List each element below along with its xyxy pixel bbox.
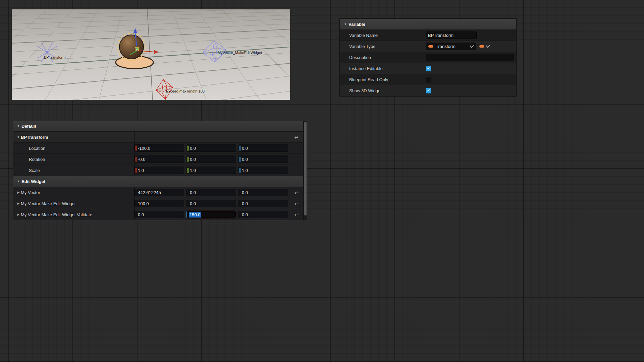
- description-label: Description: [340, 55, 426, 60]
- row-location: Location -100.0 0.0 0.0: [13, 143, 303, 154]
- variable-name-label: Variable Name: [340, 33, 426, 38]
- description-input[interactable]: [426, 54, 514, 61]
- location-z-field[interactable]: 0.0: [238, 144, 288, 152]
- blueprint-graph-background[interactable]: { "icons": { "expanded": "▼", "collapsed…: [0, 0, 644, 362]
- chevron-down-icon: [470, 44, 474, 48]
- reset-to-default-button[interactable]: ↩: [294, 135, 299, 140]
- row-scale: Scale 1.0 1.0 1.0: [13, 165, 303, 176]
- scrollbar-thumb[interactable]: [304, 122, 307, 216]
- reset-to-default-button[interactable]: ↩: [294, 201, 299, 206]
- reset-to-default-button[interactable]: ↩: [294, 190, 299, 195]
- my-vector-y-field[interactable]: 0.0: [186, 189, 236, 196]
- reset-to-default-button[interactable]: ↩: [294, 212, 299, 217]
- my-vector-x-field[interactable]: 442.612245: [135, 189, 184, 196]
- chevron-expanded-icon[interactable]: ▼: [343, 22, 348, 26]
- axis-z-bar-icon: [239, 168, 240, 173]
- category-default-label: Default: [21, 124, 36, 129]
- selected-text: 150.0: [189, 212, 201, 218]
- location-x-field[interactable]: -100.0: [135, 144, 184, 152]
- instance-editable-checkbox[interactable]: ✓: [426, 66, 431, 71]
- row-my-vector[interactable]: ▶ My Vector 442.612245 0.0 0.0 ↩: [13, 187, 303, 198]
- instance-editable-row: Instance Editable ✓: [340, 63, 516, 74]
- axis-z-bar-icon: [239, 145, 240, 151]
- description-row: Description: [340, 52, 516, 63]
- rotation-y-field[interactable]: 0.0: [186, 156, 236, 163]
- my-vector-make-edit-widget-x-field[interactable]: 100.0: [135, 200, 184, 207]
- variable-section-title: Variable: [348, 22, 365, 27]
- axis-y-bar-icon: [187, 145, 189, 151]
- category-edit-widget[interactable]: ▼ Edit Widget: [13, 176, 303, 187]
- chevron-collapsed-icon[interactable]: ▶: [16, 202, 21, 205]
- location-y-field[interactable]: 0.0: [186, 144, 236, 152]
- rotation-x-field[interactable]: -0.0: [135, 156, 184, 163]
- row-my-vector-make-edit-widget-validate[interactable]: ▶ My Vector Make Edit Widget Validate 0.…: [13, 209, 303, 220]
- chevron-collapsed-icon[interactable]: ▶: [16, 191, 21, 194]
- axis-x-bar-icon: [136, 168, 137, 173]
- row-bptransform[interactable]: ▼ BPTransform ↩: [13, 132, 303, 143]
- show-3d-widget-checkbox[interactable]: ✓: [426, 88, 431, 94]
- bptransform-widget-label: BPTransform: [44, 55, 65, 59]
- bptransform-row-label: BPTransform: [21, 135, 48, 140]
- variable-name-row: Variable Name: [340, 30, 516, 41]
- my-vector-validate-y-field[interactable]: 150.0: [186, 211, 236, 218]
- my-vector-make-edit-widget-label: My Vector Make Edit Widget: [21, 201, 75, 206]
- category-default[interactable]: ▼ Default: [13, 121, 303, 132]
- myvector-widget-label: MyVector_MakeEditWidget: [218, 51, 262, 55]
- details-scrollbar[interactable]: [303, 121, 307, 220]
- container-type-pill-icon: [479, 45, 484, 48]
- axis-z-bar-icon: [239, 157, 240, 162]
- axis-y-bar-icon: [187, 168, 189, 173]
- rotation-label: Rotation: [29, 157, 45, 162]
- my-vector-label: My Vector: [21, 190, 40, 195]
- my-vector-validate-z-field[interactable]: 0.0: [238, 211, 288, 218]
- transform-type-pill-icon: [428, 45, 433, 48]
- scale-x-field[interactable]: 1.0: [135, 167, 184, 174]
- container-type-button[interactable]: [479, 45, 489, 48]
- chevron-down-icon: [486, 44, 490, 48]
- scale-label: Scale: [29, 168, 40, 173]
- location-label: Location: [29, 146, 45, 151]
- blueprint-read-only-checkbox[interactable]: ✓: [426, 77, 431, 82]
- my-vector-validate-x-field[interactable]: 0.0: [135, 211, 184, 218]
- axis-x-bar-icon: [136, 157, 137, 162]
- variable-type-dropdown[interactable]: Transform: [426, 43, 476, 50]
- row-rotation: Rotation -0.0 0.0 0.0: [13, 154, 303, 165]
- chevron-expanded-icon[interactable]: ▼: [16, 124, 21, 128]
- sphere-mesh[interactable]: [119, 35, 144, 59]
- rotation-z-field[interactable]: 0.0: [238, 156, 288, 163]
- chevron-expanded-icon[interactable]: ▼: [16, 135, 21, 139]
- row-my-vector-make-edit-widget[interactable]: ▶ My Vector Make Edit Widget 100.0 0.0 0…: [13, 198, 303, 209]
- instance-editable-label: Instance Editable: [340, 66, 426, 71]
- show-3d-widget-row: Show 3D Widget ✓: [340, 85, 516, 96]
- variable-name-input[interactable]: [426, 32, 477, 39]
- variable-type-value: Transform: [436, 44, 470, 49]
- chevron-expanded-icon[interactable]: ▼: [16, 180, 21, 183]
- scale-z-field[interactable]: 1.0: [238, 167, 288, 174]
- viewport-floor: [12, 9, 290, 100]
- chevron-collapsed-icon[interactable]: ▶: [16, 213, 21, 216]
- my-vector-z-field[interactable]: 0.0: [238, 189, 288, 196]
- my-vector-make-edit-widget-z-field[interactable]: 0.0: [238, 200, 288, 207]
- my-vector-make-edit-widget-validate-label: My Vector Make Edit Widget Validate: [21, 212, 92, 217]
- check-icon: ✓: [427, 88, 430, 93]
- check-icon: ✓: [427, 66, 430, 70]
- 3d-viewport-preview[interactable]: BPTransform MyVector_MakeEditWidget Exce…: [12, 9, 290, 100]
- exceed-warning-label: Exceed max length:100: [166, 89, 205, 93]
- category-edit-widget-label: Edit Widget: [21, 179, 45, 184]
- variable-type-row: Variable Type Transform: [340, 41, 516, 52]
- axis-y-bar-icon: [187, 157, 189, 162]
- details-panel: ▼ Default ▼ BPTransform ↩ Location -100.…: [13, 121, 307, 220]
- variable-section-header[interactable]: ▼ Variable: [340, 19, 516, 30]
- variable-panel: ▼ Variable Variable Name Variable Type T…: [339, 18, 517, 97]
- show-3d-widget-label: Show 3D Widget: [340, 88, 426, 93]
- axis-x-bar-icon: [136, 145, 137, 151]
- scale-y-field[interactable]: 1.0: [186, 167, 236, 174]
- blueprint-read-only-row: Blueprint Read Only ✓: [340, 74, 516, 85]
- my-vector-make-edit-widget-y-field[interactable]: 0.0: [186, 200, 236, 207]
- blueprint-read-only-label: Blueprint Read Only: [340, 77, 426, 82]
- variable-type-label: Variable Type: [340, 44, 426, 49]
